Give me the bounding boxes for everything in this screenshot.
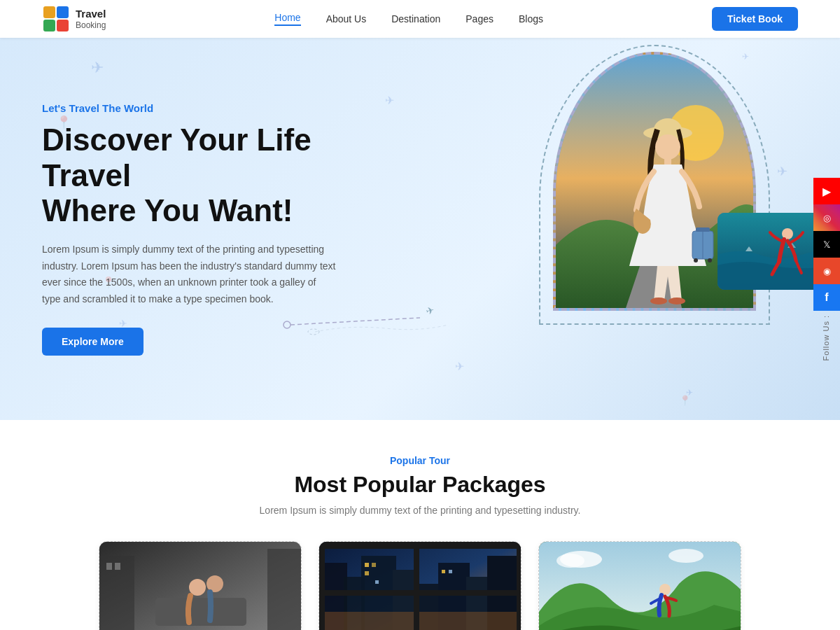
section-subtitle: Popular Tour [56, 455, 784, 466]
hero-title-line1: Discover Your Life Travel [42, 122, 312, 192]
svg-rect-45 [442, 570, 445, 573]
svg-rect-29 [106, 563, 112, 570]
svg-point-18 [694, 258, 698, 262]
logo: ✈ Travel Booking [42, 5, 106, 33]
plane-deco-4: ✈ [777, 164, 788, 179]
cards-row: Deal On Wheel: Save 30% Mumbai Get Set f… [56, 541, 784, 630]
nav-about[interactable]: About Us [326, 13, 367, 24]
nav-home[interactable]: Home [274, 12, 300, 26]
popular-section: Popular Tour Most Popular Packages Lorem… [0, 420, 840, 630]
svg-rect-17 [696, 227, 710, 232]
svg-point-19 [708, 258, 712, 262]
svg-rect-41 [365, 563, 369, 567]
hero-subtitle: Let's Travel The World [42, 102, 406, 114]
svg-rect-46 [449, 570, 452, 573]
map-pin-3: 📍 [679, 395, 691, 406]
nav-pages[interactable]: Pages [465, 13, 493, 24]
svg-rect-43 [365, 571, 369, 575]
svg-point-57 [668, 549, 704, 563]
hero-content: Let's Travel The World Discover Your Lif… [42, 102, 406, 356]
hero-section: ✈ ✈ ✈ ✈ ✈ ✈ ✈ 📍 📍 📍 Let's Travel The Wor… [0, 38, 840, 420]
package-card-1: Deal On Wheel: Save 30% Mumbai Get Set f… [99, 541, 302, 630]
logo-icon: ✈ [42, 5, 70, 33]
svg-point-21 [668, 298, 685, 304]
package-card-2: Enjoy Most Remarkable Experience Grab Up… [318, 541, 522, 630]
social-sidebar: ▶ ◎ 𝕏 ◉ f Follow Us : [813, 178, 840, 365]
hero-title-line2: Where You Want! [42, 193, 293, 227]
svg-rect-31 [267, 549, 302, 630]
hero-title: Discover Your Life Travel Where You Want… [42, 122, 406, 229]
plane-deco-1: ✈ [91, 59, 104, 77]
hero-description: Lorem Ipsum is simply dummy text of the … [42, 241, 336, 308]
instagram-button[interactable]: ◎ [813, 204, 840, 231]
svg-point-56 [556, 554, 584, 568]
svg-rect-48 [319, 542, 522, 549]
svg-rect-47 [319, 612, 522, 630]
navbar: ✈ Travel Booking Home About Us Destinati… [0, 0, 840, 38]
nav-destination[interactable]: Destination [391, 13, 440, 24]
section-description: Lorem Ipsum is simply dummy text of the … [56, 505, 784, 516]
svg-rect-50 [517, 542, 522, 630]
card-image-1 [99, 542, 301, 630]
svg-point-20 [650, 298, 667, 304]
nav-blogs[interactable]: Blogs [519, 13, 543, 24]
card3-svg [539, 542, 741, 630]
section-title: Most Popular Packages [56, 472, 784, 498]
logo-booking: Booking [76, 20, 106, 30]
explore-more-button[interactable]: Explore More [42, 328, 144, 356]
card2-svg [319, 542, 522, 630]
facebook-button[interactable]: f [813, 284, 840, 311]
package-card-3: Biggest Splash Sale By Air USA With Up t… [538, 541, 741, 630]
svg-rect-25 [155, 598, 246, 626]
svg-text:✈: ✈ [425, 304, 436, 317]
hero-right: 10k+ Reviews [553, 52, 756, 311]
twitter-button[interactable]: 𝕏 [813, 231, 840, 258]
ticket-book-button[interactable]: Ticket Book [712, 7, 798, 31]
svg-rect-49 [319, 542, 325, 630]
svg-text:✈: ✈ [53, 15, 59, 23]
follow-label: Follow Us : [813, 311, 840, 365]
logo-text: Travel Booking [76, 8, 106, 30]
logo-travel: Travel [76, 8, 106, 20]
svg-rect-30 [115, 563, 120, 570]
nav-links: Home About Us Destination Pages Blogs [274, 12, 543, 26]
plane-deco-6: ✈ [455, 360, 464, 373]
card-image-2 [319, 542, 521, 630]
card1-svg [99, 542, 302, 630]
svg-rect-51 [414, 542, 419, 630]
youtube-button[interactable]: ▶ [813, 178, 840, 204]
card-image-3 [539, 542, 741, 630]
dribbble-button[interactable]: ◉ [813, 258, 840, 284]
svg-rect-52 [319, 590, 522, 596]
svg-rect-42 [372, 563, 376, 567]
svg-point-13 [655, 134, 680, 160]
svg-rect-44 [375, 580, 379, 584]
